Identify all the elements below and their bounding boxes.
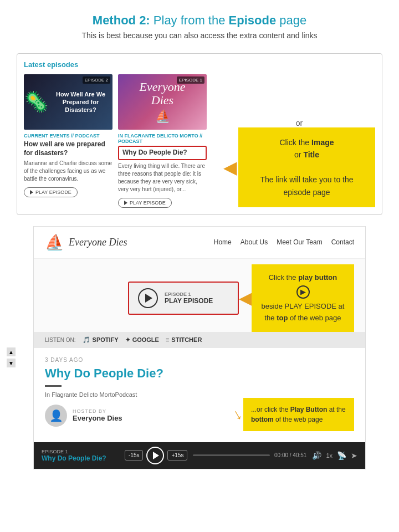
host-callout-row: 👤 HOSTED BY Everyone Dies ↓ ...or click … (45, 398, 354, 433)
bottom-player: EPISODE 1 Why Do People Die? -15s +15s 0… (34, 442, 365, 469)
episode-play-info: EPISODE 1 PLAY EPISODE (165, 291, 213, 305)
episodes-row: EPISODE 2 🦠 How Well Are We Prepared for… (24, 74, 223, 208)
listen-on-label: LISTEN ON: (45, 337, 76, 343)
episodes-with-callout: EPISODE 2 🦠 How Well Are We Prepared for… (24, 74, 375, 208)
banner-episode-num: EPISODE 1 (165, 291, 213, 297)
listen-on-bar: LISTEN ON: 🎵 SPOTIFY ✦ GOOGLE ≡ STITCHER (34, 332, 365, 348)
host-row: 👤 HOSTED BY Everyone Dies (45, 405, 122, 433)
play-triangle-icon-3 (145, 294, 152, 303)
episode-thumb-2[interactable]: EPISODE 2 🦠 How Well Are We Prepared for… (24, 74, 112, 130)
method-label: Method 2: (93, 13, 150, 27)
callout-box-top: Click the Imageor Title The link will ta… (238, 127, 375, 207)
banner-play-label: PLAY EPISODE (165, 297, 213, 305)
player-play-button[interactable] (146, 447, 164, 464)
ep1-category: IN FLAGRANTE DELICTO MORTO // PODCAST (118, 133, 207, 144)
skip-back-button[interactable]: -15s (125, 450, 143, 461)
spotify-icon: 🎵 (83, 336, 90, 344)
podcast-page-mockup: ⛵ Everyone Dies Home About Us Meet Our T… (33, 226, 366, 469)
side-nav-arrows: ▲ ▼ (7, 347, 16, 367)
play-triangle-icon-2 (124, 201, 127, 205)
series-label: In Flagrante Delicto MortoPodcast (45, 391, 354, 398)
callout-top-bold: top (277, 314, 288, 322)
callout-play-icon: ▶ (296, 285, 310, 299)
speed-icon[interactable]: 1x (326, 452, 332, 459)
arrow-left-icon: ◀ (223, 157, 237, 178)
callout-line1: Click the Imageor Title (279, 138, 334, 159)
podcast-nav-bar: ⛵ Everyone Dies Home About Us Meet Our T… (34, 227, 365, 259)
host-info: HOSTED BY Everyone Dies (73, 408, 122, 422)
side-arrow-down[interactable]: ▼ (7, 359, 16, 367)
player-controls: -15s +15s (125, 447, 187, 464)
ep2-title[interactable]: How well are we prepared for disasters? (24, 140, 112, 157)
side-arrow-up[interactable]: ▲ (7, 347, 16, 356)
or-text: or (296, 119, 303, 127)
episode-main-title: Why Do People Die? (45, 366, 354, 381)
episode-badge-2: EPISODE 2 (83, 76, 110, 84)
hosted-by-label: HOSTED BY (73, 408, 122, 414)
progress-bar-container: 00:00 / 40:51 (193, 452, 306, 458)
logo-ship-icon: ⛵ (45, 233, 64, 252)
callout-right-area: ◀ Click the play button ▶ beside PLAY EP… (239, 264, 354, 332)
skip-forward-button[interactable]: +15s (167, 450, 187, 461)
callout-line2: The link will take you to the episode pa… (260, 175, 353, 196)
nav-home[interactable]: Home (214, 238, 232, 246)
ep1-play-button[interactable]: PLAY EPISODE (118, 198, 172, 208)
callout-play-wrapper: ◀ Click the play button ▶ beside PLAY EP… (239, 264, 354, 332)
host-name: Everyone Dies (73, 414, 122, 422)
spotify-service[interactable]: 🎵 SPOTIFY (83, 336, 119, 344)
ep1-thumb-title: EveryoneDies (139, 80, 185, 107)
latest-episodes-label: Latest episodes (24, 60, 375, 69)
play-episode-banner[interactable]: EPISODE 1 PLAY EPISODE (128, 282, 239, 315)
episodes-column: EPISODE 2 🦠 How Well Are We Prepared for… (24, 74, 223, 208)
logo-text: Everyone Dies (69, 237, 127, 248)
volume-icon[interactable]: 🔊 (312, 451, 321, 460)
page-header: Method 2: Play from the Episode page Thi… (0, 0, 399, 44)
podcast-logo[interactable]: ⛵ Everyone Dies (45, 233, 127, 252)
nav-meet-our-team[interactable]: Meet Our Team (277, 238, 322, 246)
play-circle-button[interactable] (138, 288, 158, 308)
nav-about[interactable]: About Us (241, 238, 268, 246)
share-icon[interactable]: ➤ (351, 451, 357, 460)
callout-play-button: Click the play button ▶ beside PLAY EPIS… (252, 264, 354, 332)
ep2-thumb-title: How Well Are We Prepared for Disasters? (49, 86, 112, 119)
player-ep-title: Why Do People Die? (42, 454, 119, 462)
google-service[interactable]: ✦ GOOGLE (125, 336, 159, 344)
nav-contact[interactable]: Contact (331, 238, 354, 246)
google-icon: ✦ (125, 336, 130, 344)
episode-card-2: EPISODE 2 🦠 How Well Are We Prepared for… (24, 74, 112, 208)
play-triangle-icon (30, 190, 33, 195)
episode-badge-1: EPISODE 1 (177, 76, 204, 84)
episode-card-1: EPISODE 1 EveryoneDies ⛵ IN FLAGRANTE DE… (118, 74, 207, 208)
arrow-left-icon-2: ◀ (239, 288, 252, 308)
title-divider (45, 385, 62, 387)
callout-bottom-bold2: bottom (251, 416, 274, 423)
ship-icon: ⛵ (155, 109, 170, 124)
stitcher-icon: ≡ (166, 336, 169, 343)
virus-icon: 🦠 (24, 90, 49, 114)
ep1-description: Every living thing will die. There are t… (118, 162, 207, 193)
rss-icon[interactable]: 📡 (337, 451, 346, 460)
bottom-section: ▲ ▼ ⛵ Everyone Dies Home About Us Meet O… (17, 226, 382, 469)
stitcher-service[interactable]: ≡ STITCHER (166, 336, 202, 343)
callout-bold-title: Title (303, 150, 319, 159)
ep2-description: Marianne and Charlie discuss some of the… (24, 160, 112, 183)
episode-thumb-1[interactable]: EPISODE 1 EveryoneDies ⛵ (118, 74, 207, 130)
episode-word: Episode (229, 13, 277, 27)
play-area-row: EPISODE 1 PLAY EPISODE ◀ Click the play … (34, 259, 365, 332)
progress-bar[interactable] (193, 454, 270, 456)
ep1-title[interactable]: Why Do People Die? (118, 146, 207, 160)
player-episode-info: EPISODE 1 Why Do People Die? (42, 449, 119, 462)
player-play-triangle-icon (153, 452, 159, 459)
callout-play-bold: play button (298, 273, 337, 282)
time-display: 00:00 / 40:51 (274, 452, 306, 458)
arrow-down-icon: ↓ (229, 405, 245, 424)
ep2-category: CURRENT EVENTS // PODCAST (24, 133, 112, 139)
host-avatar: 👤 (45, 405, 67, 427)
player-icons: 🔊 1x 📡 ➤ (312, 451, 357, 460)
callout-col-top: or ◀ Click the Imageor Title The link wi… (223, 74, 375, 207)
ep2-play-button[interactable]: PLAY EPISODE (24, 187, 78, 197)
callout-bold-image: Image (311, 138, 334, 147)
header-subtitle: This is best because you can also access… (22, 31, 377, 40)
callout-bottom-bold: Play Button (290, 406, 328, 413)
episode-content-area: 3 DAYS AGO Why Do People Die? In Flagran… (34, 348, 365, 442)
